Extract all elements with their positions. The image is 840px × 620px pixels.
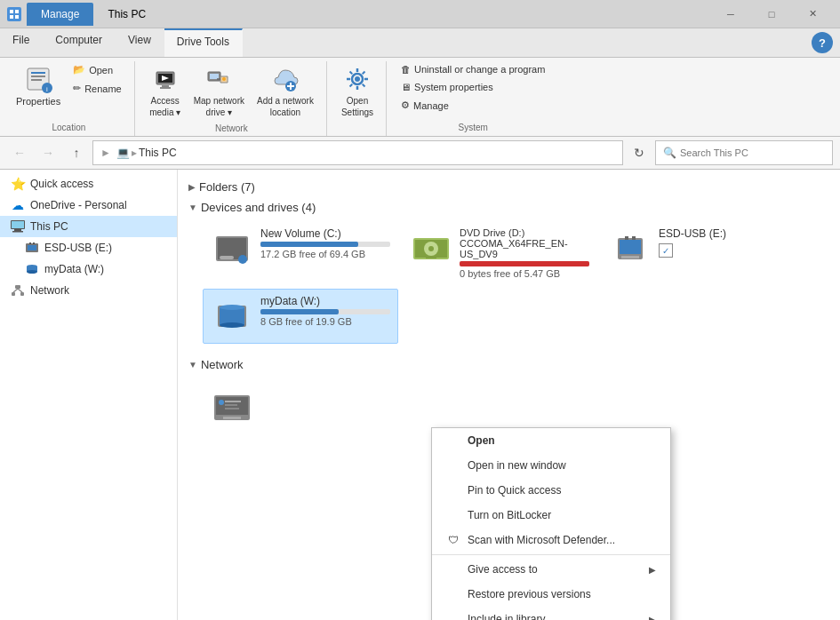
ctx-defender[interactable]: 🛡 Scan with Microsoft Defender... [432, 528, 670, 552]
network-section-header[interactable]: ▼ Network [188, 354, 829, 375]
ctx-bitlocker[interactable]: Turn on BitLocker [432, 503, 670, 528]
esd-drive-info: ESD-USB (E:) ✓ [659, 227, 788, 258]
up-button[interactable]: ↑ [64, 140, 89, 165]
svg-rect-0 [10, 10, 13, 13]
search-icon: 🔍 [663, 147, 676, 159]
svg-rect-16 [210, 74, 219, 79]
map-network-button[interactable]: Map networkdrive ▾ [188, 61, 250, 122]
svg-rect-45 [426, 256, 436, 258]
network-drive-item[interactable] [203, 378, 398, 433]
tab-computer[interactable]: Computer [43, 28, 116, 57]
quick-access-label: Quick access [30, 178, 93, 190]
mydata-drive-size: 8 GB free of 19.9 GB [260, 316, 390, 327]
devices-chevron: ▼ [188, 203, 197, 212]
minimize-button[interactable]: ─ [710, 0, 751, 28]
drive-item-mydata[interactable]: myData (W:) 8 GB free of 19.9 GB [203, 289, 398, 344]
context-menu: Open Open in new window Pin to Quick acc… [431, 427, 671, 620]
svg-point-53 [220, 305, 244, 310]
sidebar: ⭐ Quick access ☁ OneDrive - Personal Thi… [0, 170, 178, 620]
ribbon-group-location: i Properties 📂 Open ✏ Rename Loca [4, 61, 135, 136]
svg-rect-34 [20, 292, 24, 296]
ctx-include-library[interactable]: Include in library ▶ [432, 607, 670, 620]
manage-tab[interactable]: Manage [27, 3, 93, 26]
tab-view[interactable]: View [116, 28, 164, 57]
network-label: Network [30, 284, 69, 297]
tab-file[interactable]: File [0, 28, 43, 57]
close-button[interactable]: ✕ [792, 0, 833, 28]
back-button[interactable]: ← [7, 140, 32, 165]
add-network-icon [271, 65, 300, 93]
forward-button[interactable]: → [36, 140, 60, 165]
svg-rect-7 [31, 79, 42, 81]
ctx-give-access[interactable]: Give access to ▶ [432, 557, 670, 582]
path-location: This PC [139, 147, 177, 159]
settings-buttons: OpenSettings [336, 61, 379, 131]
ctx-library-arrow: ▶ [649, 615, 656, 621]
properties-label: Properties [16, 95, 60, 107]
system-props-label: System properties [414, 82, 493, 92]
tab-drive-tools[interactable]: Drive Tools [164, 28, 243, 57]
open-settings-button[interactable]: OpenSettings [336, 61, 379, 122]
svg-rect-57 [223, 417, 241, 419]
drive-item-dvd[interactable]: DVD Drive (D:)CCCOMA_X64FRE_EN-US_DV9 0 … [402, 221, 597, 285]
onedrive-icon: ☁ [11, 198, 25, 212]
svg-point-58 [219, 400, 224, 405]
drive-item-c[interactable]: New Volume (C:) 17.2 GB free of 69.4 GB [203, 221, 398, 285]
drive-item-esd[interactable]: ESD-USB (E:) ✓ [601, 221, 796, 285]
path-separator: ► [100, 147, 111, 159]
mydata-drive-name: myData (W:) [260, 295, 390, 307]
help-button[interactable]: ? [812, 32, 833, 53]
ctx-open[interactable]: Open [432, 428, 670, 453]
ctx-bitlocker-icon [446, 508, 460, 522]
dvd-drive-info: DVD Drive (D:)CCCOMA_X64FRE_EN-US_DV9 0 … [460, 227, 589, 279]
maximize-button[interactable]: □ [751, 0, 792, 28]
manage-button[interactable]: ⚙ Manage [396, 97, 550, 114]
network-group-label: Network [215, 122, 248, 135]
system-props-button[interactable]: 🖥 System properties [396, 79, 550, 95]
sidebar-item-this-pc[interactable]: This PC [0, 216, 177, 237]
search-input[interactable] [680, 147, 825, 158]
ctx-open-new-window[interactable]: Open in new window [432, 453, 670, 478]
open-button[interactable]: 📂 Open [68, 61, 127, 78]
svg-rect-1 [15, 10, 19, 13]
ctx-library-label: Include in library [468, 613, 545, 620]
uninstall-button[interactable]: 🗑 Uninstall or change a program [396, 61, 550, 77]
file-area: ▶ Folders (7) ▼ Devices and drives (4) [178, 170, 840, 620]
devices-section-label: Devices and drives (4) [201, 201, 316, 214]
system-buttons: 🗑 Uninstall or change a program 🖥 System… [396, 61, 550, 121]
sidebar-item-mydata[interactable]: myData (W:) [0, 258, 177, 280]
svg-rect-60 [225, 404, 237, 406]
sidebar-item-esd-usb[interactable]: ESD-USB (E:) [0, 237, 177, 258]
uninstall-label: Uninstall or change a program [414, 64, 545, 75]
address-path[interactable]: ► 💻 ▸ This PC [92, 140, 623, 165]
location-group-label: Location [52, 121, 85, 134]
properties-button[interactable]: i Properties [11, 61, 66, 111]
svg-rect-48 [625, 236, 628, 240]
sidebar-item-network[interactable]: Network [0, 280, 177, 301]
ctx-restore-versions[interactable]: Restore previous versions [432, 582, 670, 607]
main-area: ⭐ Quick access ☁ OneDrive - Personal Thi… [0, 170, 840, 620]
ribbon-group-settings: OpenSettings [329, 61, 387, 136]
ribbon: File Computer View Drive Tools ? [0, 28, 840, 137]
c-drive-icon [211, 227, 253, 270]
folders-section-header[interactable]: ▶ Folders (7) [188, 177, 829, 197]
c-drive-size: 17.2 GB free of 69.4 GB [260, 249, 390, 259]
access-media-button[interactable]: Accessmedia ▾ [144, 61, 187, 122]
rename-button[interactable]: ✏ Rename [68, 80, 127, 97]
ctx-pin-quick-access[interactable]: Pin to Quick access [432, 478, 670, 503]
svg-text:i: i [46, 85, 48, 93]
ctx-library-icon [446, 612, 460, 620]
c-drive-info: New Volume (C:) 17.2 GB free of 69.4 GB [260, 227, 390, 259]
svg-point-31 [27, 270, 37, 274]
search-box[interactable]: 🔍 [655, 140, 833, 165]
svg-point-44 [428, 246, 434, 251]
devices-section-header[interactable]: ▼ Devices and drives (4) [188, 197, 829, 218]
sidebar-item-onedrive[interactable]: ☁ OneDrive - Personal [0, 195, 177, 216]
add-network-button[interactable]: Add a networklocation [252, 61, 319, 122]
network-buttons: Accessmedia ▾ Map networkdrive ▾ [144, 61, 319, 122]
refresh-button[interactable]: ↻ [627, 140, 652, 165]
ctx-bitlocker-label: Turn on BitLocker [468, 509, 551, 521]
folders-section-label: Folders (7) [199, 180, 255, 194]
sidebar-item-quick-access[interactable]: ⭐ Quick access [0, 173, 177, 195]
svg-rect-27 [29, 242, 31, 244]
